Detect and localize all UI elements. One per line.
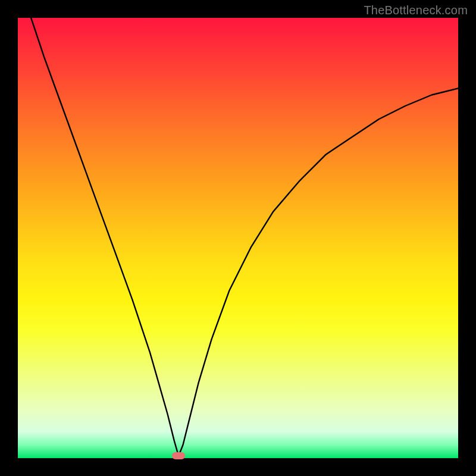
minimum-marker — [172, 452, 185, 459]
chart-frame: TheBottleneck.com — [0, 0, 476, 476]
watermark-text: TheBottleneck.com — [364, 4, 468, 17]
plot-area — [18, 18, 458, 458]
bottleneck-curve — [18, 18, 458, 458]
